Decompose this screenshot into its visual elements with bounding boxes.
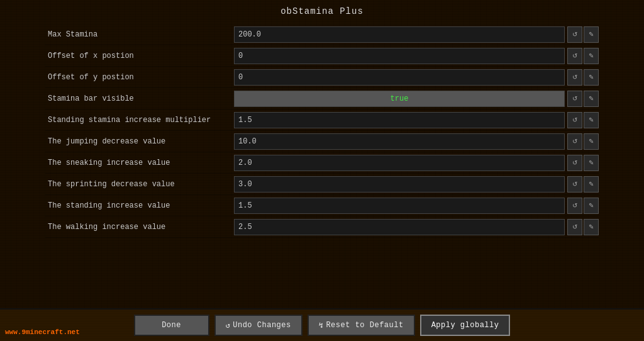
setting-edit-btn-offset-y[interactable]: ✎ [584,69,599,86]
watermark-suffix: .net [63,328,79,336]
setting-row-standing-increase: The standing increase value↺✎ [45,195,599,216]
apply-globally-button[interactable]: Apply globally [420,315,511,336]
setting-edit-btn-offset-x[interactable]: ✎ [584,48,599,64]
setting-label-sneaking-increase: The sneaking increase value [45,159,234,167]
settings-container: Max Stamina↺✎Offset of x postion↺✎Offset… [45,21,599,308]
reset-label: Reset to Default [326,321,403,330]
setting-label-offset-x: Offset of x postion [45,52,234,60]
setting-actions-walking-increase: ↺✎ [565,219,599,235]
page-title: obStamina Plus [280,6,364,16]
setting-row-max-stamina: Max Stamina↺✎ [45,24,599,45]
undo-label: Undo Changes [233,321,291,330]
setting-actions-max-stamina: ↺✎ [565,26,599,43]
setting-label-max-stamina: Max Stamina [45,30,234,39]
setting-reset-btn-stamina-visible[interactable]: ↺ [567,91,582,107]
setting-input-sprinting-decrease[interactable] [234,176,565,193]
setting-row-offset-x: Offset of x postion↺✎ [45,45,599,67]
setting-edit-btn-stamina-visible[interactable]: ✎ [584,91,599,107]
setting-row-sprinting-decrease: The sprinting decrease value↺✎ [45,174,599,195]
setting-actions-sprinting-decrease: ↺✎ [565,176,599,193]
setting-row-walking-increase: The walking increase value↺✎ [45,216,599,238]
setting-edit-btn-max-stamina[interactable]: ✎ [584,26,599,43]
setting-input-wrapper-jumping-decrease [234,133,565,150]
setting-label-standing-increase: The standing increase value [45,201,234,210]
setting-row-stamina-visible: Stamina bar visible↺✎ [45,88,599,109]
setting-row-offset-y: Offset of y postion↺✎ [45,67,599,88]
setting-reset-btn-max-stamina[interactable]: ↺ [567,26,582,43]
setting-input-jumping-decrease[interactable] [234,133,565,150]
undo-button[interactable]: ↺ Undo Changes [214,315,303,336]
setting-edit-btn-sneaking-increase[interactable]: ✎ [584,155,599,171]
undo-icon: ↺ [226,321,231,330]
setting-label-stamina-visible: Stamina bar visible [45,94,234,103]
page-wrapper: obStamina Plus Max Stamina↺✎Offset of x … [0,0,644,341]
reset-icon: ↯ [319,321,324,330]
setting-input-offset-x[interactable] [234,48,565,64]
setting-input-wrapper-sprinting-decrease [234,176,565,193]
title-bar: obStamina Plus [0,0,644,21]
setting-actions-stamina-visible: ↺✎ [565,91,599,107]
setting-input-wrapper-max-stamina [234,26,565,43]
setting-input-wrapper-standing-increase [234,198,565,214]
setting-reset-btn-sprinting-decrease[interactable]: ↺ [567,176,582,193]
bottom-bar: Done ↺ Undo Changes ↯ Reset to Default A… [0,308,644,341]
setting-input-walking-increase[interactable] [234,219,565,235]
setting-edit-btn-standing-increase[interactable]: ✎ [584,198,599,214]
setting-edit-btn-walking-increase[interactable]: ✎ [584,219,599,235]
setting-reset-btn-jumping-decrease[interactable]: ↺ [567,133,582,150]
setting-input-wrapper-offset-x [234,48,565,64]
setting-label-sprinting-decrease: The sprinting decrease value [45,180,234,189]
setting-label-offset-y: Offset of y postion [45,73,234,82]
setting-actions-offset-x: ↺✎ [565,48,599,64]
setting-label-standing-multiplier: Standing stamina increase multiplier [45,116,234,125]
setting-input-max-stamina[interactable] [234,26,565,43]
setting-label-walking-increase: The walking increase value [45,223,234,232]
setting-reset-btn-standing-multiplier[interactable]: ↺ [567,112,582,128]
setting-input-standing-increase[interactable] [234,198,565,214]
setting-input-sneaking-increase[interactable] [234,155,565,171]
setting-edit-btn-jumping-decrease[interactable]: ✎ [584,133,599,150]
setting-input-wrapper-standing-multiplier [234,112,565,128]
watermark: www.9minecraft.net [5,328,80,336]
setting-input-offset-y[interactable] [234,69,565,86]
setting-edit-btn-standing-multiplier[interactable]: ✎ [584,112,599,128]
setting-actions-jumping-decrease: ↺✎ [565,133,599,150]
done-button[interactable]: Done [134,315,209,336]
setting-reset-btn-standing-increase[interactable]: ↺ [567,198,582,214]
setting-reset-btn-offset-y[interactable]: ↺ [567,69,582,86]
reset-button[interactable]: ↯ Reset to Default [308,315,415,336]
setting-row-jumping-decrease: The jumping decrease value↺✎ [45,131,599,152]
setting-input-wrapper-stamina-visible [234,91,565,107]
setting-input-standing-multiplier[interactable] [234,112,565,128]
setting-reset-btn-offset-x[interactable]: ↺ [567,48,582,64]
setting-reset-btn-walking-increase[interactable]: ↺ [567,219,582,235]
setting-actions-offset-y: ↺✎ [565,69,599,86]
setting-actions-sneaking-increase: ↺✎ [565,155,599,171]
setting-input-stamina-visible[interactable] [234,91,565,107]
setting-label-jumping-decrease: The jumping decrease value [45,137,234,146]
watermark-prefix: www. [5,328,21,336]
setting-actions-standing-increase: ↺✎ [565,198,599,214]
setting-row-standing-multiplier: Standing stamina increase multiplier↺✎ [45,109,599,131]
setting-row-sneaking-increase: The sneaking increase value↺✎ [45,152,599,174]
setting-input-wrapper-offset-y [234,69,565,86]
setting-input-wrapper-walking-increase [234,219,565,235]
setting-input-wrapper-sneaking-increase [234,155,565,171]
setting-reset-btn-sneaking-increase[interactable]: ↺ [567,155,582,171]
setting-actions-standing-multiplier: ↺✎ [565,112,599,128]
setting-edit-btn-sprinting-decrease[interactable]: ✎ [584,176,599,193]
watermark-site: 9minecraft [21,328,63,336]
